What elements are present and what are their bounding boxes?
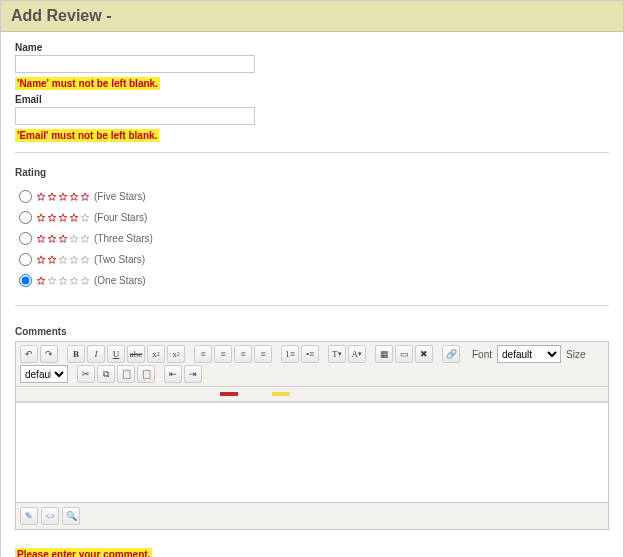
star-empty-icon: [80, 276, 90, 286]
paste-icon[interactable]: 📋: [117, 365, 135, 383]
rating-radio[interactable]: [19, 253, 32, 266]
rating-option[interactable]: (Two Stars): [19, 253, 609, 266]
source-mode-icon[interactable]: <>: [41, 507, 59, 525]
star-filled-icon: [58, 234, 68, 244]
rating-text: (Two Stars): [94, 254, 145, 265]
strike-icon[interactable]: abc: [127, 345, 145, 363]
remove-format-icon[interactable]: ✖: [415, 345, 433, 363]
rating-label: Rating: [15, 167, 609, 178]
rte-toolbar: ↶ ↷ B I U abc x2 x2 ≡ ≡ ≡ ≡ 1≡ •≡ T▾ A▾: [16, 342, 608, 387]
align-center-icon[interactable]: ≡: [214, 345, 232, 363]
star-empty-icon: [80, 234, 90, 244]
color-swatch-yellow: [272, 392, 290, 396]
bg-color-icon[interactable]: A▾: [348, 345, 367, 363]
copy-icon[interactable]: ⧉: [97, 365, 115, 383]
table-icon[interactable]: ▦: [375, 345, 393, 363]
size-select[interactable]: default: [20, 365, 68, 383]
rating-radio[interactable]: [19, 232, 32, 245]
cut-icon[interactable]: ✂: [77, 365, 95, 383]
comments-textarea[interactable]: [16, 402, 608, 502]
underline-icon[interactable]: U: [107, 345, 125, 363]
image-icon[interactable]: ▭: [395, 345, 413, 363]
rating-option[interactable]: (One Stars): [19, 274, 609, 287]
page-header: Add Review -: [1, 1, 623, 32]
email-label: Email: [15, 94, 609, 105]
subscript-icon[interactable]: x2: [147, 345, 165, 363]
link-icon[interactable]: 🔗: [442, 345, 460, 363]
stars-1: [36, 276, 90, 286]
font-label: Font: [469, 349, 495, 360]
name-input[interactable]: [15, 55, 255, 73]
star-empty-icon: [58, 276, 68, 286]
star-filled-icon: [69, 213, 79, 223]
stars-3: [36, 234, 90, 244]
star-filled-icon: [47, 213, 57, 223]
stars-5: [36, 192, 90, 202]
italic-icon[interactable]: I: [87, 345, 105, 363]
rating-radio[interactable]: [19, 190, 32, 203]
star-filled-icon: [36, 276, 46, 286]
text-color-icon[interactable]: T▾: [328, 345, 346, 363]
rating-radio[interactable]: [19, 274, 32, 287]
zoom-icon[interactable]: 🔍: [62, 507, 80, 525]
star-filled-icon: [80, 192, 90, 202]
redo-icon[interactable]: ↷: [40, 345, 58, 363]
rating-text: (One Stars): [94, 275, 146, 286]
rating-group: (Five Stars)(Four Stars)(Three Stars)(Tw…: [15, 190, 609, 287]
star-empty-icon: [47, 276, 57, 286]
rating-text: (Three Stars): [94, 233, 153, 244]
star-empty-icon: [58, 255, 68, 265]
size-label: Size: [563, 349, 588, 360]
divider: [15, 152, 609, 153]
rating-option[interactable]: (Three Stars): [19, 232, 609, 245]
star-filled-icon: [36, 234, 46, 244]
star-filled-icon: [47, 255, 57, 265]
comments-label: Comments: [15, 326, 609, 337]
rating-option[interactable]: (Five Stars): [19, 190, 609, 203]
rich-text-editor: ↶ ↷ B I U abc x2 x2 ≡ ≡ ≡ ≡ 1≡ •≡ T▾ A▾: [15, 341, 609, 503]
stars-4: [36, 213, 90, 223]
star-filled-icon: [47, 234, 57, 244]
star-filled-icon: [58, 213, 68, 223]
name-error: 'Name' must not be left blank.: [15, 77, 160, 90]
font-select[interactable]: default: [497, 345, 561, 363]
superscript-icon[interactable]: x2: [167, 345, 185, 363]
email-error: 'Email' must not be left blank.: [15, 129, 159, 142]
color-swatch-red: [220, 392, 238, 396]
align-left-icon[interactable]: ≡: [194, 345, 212, 363]
paste-text-icon[interactable]: 📋: [137, 365, 155, 383]
star-filled-icon: [47, 192, 57, 202]
rte-bottom-toolbar: ✎ <> 🔍: [15, 503, 609, 530]
undo-icon[interactable]: ↶: [20, 345, 38, 363]
star-filled-icon: [36, 192, 46, 202]
star-empty-icon: [69, 276, 79, 286]
name-label: Name: [15, 42, 609, 53]
divider: [15, 305, 609, 306]
bold-icon[interactable]: B: [67, 345, 85, 363]
email-input[interactable]: [15, 107, 255, 125]
rating-text: (Five Stars): [94, 191, 146, 202]
stars-2: [36, 255, 90, 265]
rating-text: (Four Stars): [94, 212, 147, 223]
ordered-list-icon[interactable]: 1≡: [281, 345, 299, 363]
unordered-list-icon[interactable]: •≡: [301, 345, 319, 363]
star-filled-icon: [36, 255, 46, 265]
rte-toolbar-row2: [16, 387, 608, 402]
star-filled-icon: [69, 192, 79, 202]
star-empty-icon: [69, 255, 79, 265]
star-empty-icon: [69, 234, 79, 244]
rating-radio[interactable]: [19, 211, 32, 224]
star-empty-icon: [80, 213, 90, 223]
outdent-icon[interactable]: ⇤: [164, 365, 182, 383]
star-filled-icon: [58, 192, 68, 202]
edit-mode-icon[interactable]: ✎: [20, 507, 38, 525]
indent-icon[interactable]: ⇥: [184, 365, 202, 383]
star-empty-icon: [80, 255, 90, 265]
rating-option[interactable]: (Four Stars): [19, 211, 609, 224]
comments-error: Please enter your comment.: [15, 548, 152, 557]
star-filled-icon: [36, 213, 46, 223]
align-justify-icon[interactable]: ≡: [254, 345, 272, 363]
page-title: Add Review -: [11, 7, 613, 25]
align-right-icon[interactable]: ≡: [234, 345, 252, 363]
